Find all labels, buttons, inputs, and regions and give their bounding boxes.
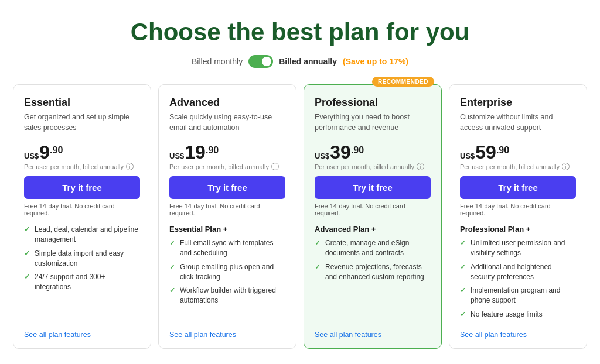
feature-item: Revenue projections, forecasts and enhan… [315, 262, 431, 282]
section-label-professional: Advanced Plan + [315, 225, 431, 233]
plan-description-enterprise: Customize without limits and access unri… [460, 112, 576, 136]
price-decimal-enterprise: .90 [496, 145, 509, 156]
plan-name-essential: Essential [24, 97, 140, 109]
feature-item: Lead, deal, calendar and pipeline manage… [24, 225, 140, 245]
price-period-essential: Per user per month, billed annually i [24, 163, 140, 170]
price-amount-essential: 9 [39, 143, 50, 162]
feature-item: Additional and heightened security prefe… [460, 262, 576, 282]
see-all-enterprise[interactable]: See all plan features [460, 324, 576, 339]
trial-note-essential: Free 14-day trial. No credit card requir… [24, 202, 140, 217]
plan-description-essential: Get organized and set up simple sales pr… [24, 112, 140, 136]
plan-description-professional: Everything you need to boost performance… [315, 112, 431, 136]
feature-item: Full email sync with templates and sched… [169, 238, 285, 258]
price-row-enterprise: US$ 59 .90 [460, 143, 576, 162]
try-btn-advanced[interactable]: Try it free [169, 176, 285, 199]
info-icon-essential[interactable]: i [126, 163, 134, 170]
plan-name-enterprise: Enterprise [460, 97, 576, 109]
feature-item: Unlimited user permission and visibility… [460, 238, 576, 258]
billing-monthly-label: Billed monthly [192, 57, 243, 66]
feature-item: Implementation program and phone support [460, 286, 576, 305]
see-all-essential[interactable]: See all plan features [24, 324, 140, 339]
price-row-professional: US$ 39 .90 [315, 143, 431, 162]
save-badge: (Save up to 17%) [343, 57, 408, 66]
info-icon-professional[interactable]: i [417, 163, 424, 170]
plan-card-professional: RECOMMENDEDProfessionalEverything you ne… [304, 84, 442, 349]
trial-note-enterprise: Free 14-day trial. No credit card requir… [460, 202, 576, 217]
price-period-professional: Per user per month, billed annually i [315, 163, 431, 170]
info-icon-advanced[interactable]: i [271, 163, 279, 170]
feature-item: 24/7 support and 300+ integrations [24, 272, 140, 292]
try-btn-professional[interactable]: Try it free [315, 176, 431, 199]
page-title: Choose the best plan for you [12, 19, 588, 46]
trial-note-advanced: Free 14-day trial. No credit card requir… [169, 202, 285, 217]
feature-item: No feature usage limits [460, 310, 576, 320]
price-amount-professional: 39 [330, 143, 351, 162]
price-amount-advanced: 19 [185, 143, 206, 162]
feature-item: Group emailing plus open and click track… [169, 262, 285, 282]
plan-name-advanced: Advanced [169, 97, 285, 109]
price-period-advanced: Per user per month, billed annually i [169, 163, 285, 170]
see-all-professional[interactable]: See all plan features [315, 324, 431, 339]
feature-list-professional: Create, manage and eSign documents and c… [315, 238, 431, 324]
currency-professional: US$ [315, 152, 329, 160]
try-btn-enterprise[interactable]: Try it free [460, 176, 576, 199]
section-label-enterprise: Professional Plan + [460, 225, 576, 233]
plan-card-essential: EssentialGet organized and set up simple… [13, 84, 151, 349]
currency-enterprise: US$ [460, 152, 475, 160]
feature-item: Create, manage and eSign documents and c… [315, 238, 431, 258]
price-decimal-essential: .90 [50, 145, 63, 156]
feature-item: Simple data import and easy customizatio… [24, 249, 140, 269]
plan-card-advanced: AdvancedScale quickly using easy-to-use … [158, 84, 296, 349]
price-amount-enterprise: 59 [475, 143, 496, 162]
feature-list-enterprise: Unlimited user permission and visibility… [460, 238, 576, 324]
price-decimal-advanced: .90 [206, 145, 219, 156]
plan-name-professional: Professional [315, 97, 431, 109]
feature-item: Workflow builder with triggered automati… [169, 286, 285, 305]
currency-advanced: US$ [169, 152, 184, 160]
price-row-advanced: US$ 19 .90 [169, 143, 285, 162]
try-btn-essential[interactable]: Try it free [24, 176, 140, 199]
billing-toggle-row: Billed monthly Billed annually (Save up … [12, 55, 588, 68]
price-row-essential: US$ 9 .90 [24, 143, 140, 162]
price-period-enterprise: Per user per month, billed annually i [460, 163, 576, 170]
plan-card-enterprise: EnterpriseCustomize without limits and a… [449, 84, 587, 349]
plans-grid: EssentialGet organized and set up simple… [13, 84, 587, 349]
info-icon-enterprise[interactable]: i [562, 163, 570, 170]
trial-note-professional: Free 14-day trial. No credit card requir… [315, 202, 431, 217]
billing-annually-label: Billed annually [279, 57, 337, 66]
feature-list-advanced: Full email sync with templates and sched… [169, 238, 285, 324]
see-all-advanced[interactable]: See all plan features [169, 324, 285, 339]
billing-toggle[interactable] [248, 55, 273, 68]
recommended-badge: RECOMMENDED [372, 77, 434, 87]
price-decimal-professional: .90 [351, 145, 364, 156]
plan-description-advanced: Scale quickly using easy-to-use email an… [169, 112, 285, 136]
currency-essential: US$ [24, 152, 39, 160]
feature-list-essential: Lead, deal, calendar and pipeline manage… [24, 225, 140, 324]
section-label-advanced: Essential Plan + [169, 225, 285, 233]
